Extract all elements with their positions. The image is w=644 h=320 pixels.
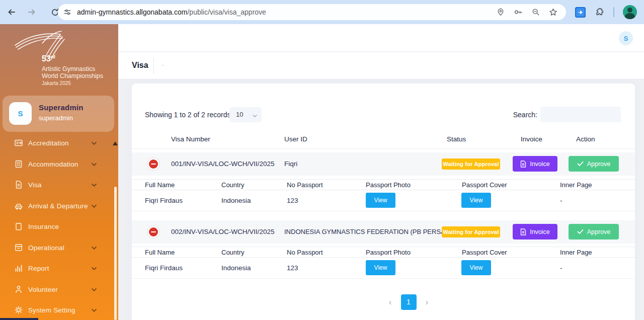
pagination-prev-icon[interactable]: ‹: [389, 294, 392, 310]
invoice-button[interactable]: Invoice: [513, 156, 557, 172]
column-action: Action: [576, 130, 595, 149]
back-button[interactable]: [3, 4, 20, 21]
sidebar-item-system-setting[interactable]: System Setting: [0, 300, 118, 320]
browser-profile-avatar[interactable]: [623, 5, 637, 19]
sidebar-item-accommodation[interactable]: Accommodation: [0, 154, 118, 174]
header-avatar[interactable]: S: [619, 31, 633, 45]
sidebar-item-visa[interactable]: Visa: [0, 175, 118, 195]
country-cell: Indonesia: [221, 258, 251, 279]
title-divider: [153, 57, 154, 74]
chevron-down-icon: [92, 161, 97, 166]
page-header-bar: Visa -: [118, 52, 644, 79]
chevron-down-icon: [253, 113, 257, 117]
collapse-row-icon[interactable]: [149, 227, 158, 236]
chevron-down-icon: [92, 265, 97, 270]
clipboard-icon: [14, 221, 24, 231]
sidebar-item-volunteer[interactable]: Volunteer: [0, 279, 118, 299]
forward-icon: [27, 7, 37, 17]
full-name-cell: Fiqri Firdaus: [145, 190, 183, 211]
chevron-down-icon: [92, 307, 97, 312]
view-passport-photo-button[interactable]: View: [366, 193, 395, 208]
sub-column-country: Country: [221, 247, 245, 258]
per-page-select[interactable]: 10: [229, 107, 262, 122]
application-window: admin-gymnastics.allgonabata.com/public/…: [0, 0, 644, 320]
logo-title-line1: Artistic Gymnastics: [42, 65, 95, 72]
chevron-down-icon: [92, 286, 97, 291]
url-text: admin-gymnastics.allgonabata.com/public/…: [77, 8, 496, 16]
document-icon: [14, 180, 24, 190]
sidebar-item-report[interactable]: Report: [0, 258, 118, 278]
sidebar-item-operational[interactable]: Operational: [0, 237, 118, 258]
sub-column-inner-page: Inner Page: [560, 180, 592, 191]
main-area: S Visa - Showing 1 to 2 of 2 records 10 …: [118, 24, 644, 320]
url-path: /public/visa/visa_approve: [187, 8, 266, 16]
toolbar-right: [575, 0, 644, 24]
pagination-next-icon[interactable]: ›: [426, 294, 429, 310]
sidebar-scrollbar-thumb[interactable]: [114, 187, 117, 320]
view-passport-cover-button[interactable]: View: [461, 260, 491, 275]
archive-icon: [14, 243, 24, 253]
sidebar-scroll-up-arrow[interactable]: [113, 141, 118, 145]
table-row: 002/INV-VISA/LOC-WCH/VII/2025 INDONESIA …: [132, 220, 635, 244]
inner-page-cell: -: [560, 190, 562, 211]
logo-subtitle: Jakarta 2025: [42, 81, 71, 86]
full-name-cell: Fiqri Firdaus: [145, 258, 183, 279]
country-cell: Indonesia: [221, 190, 251, 211]
column-invoice: Invoice: [521, 130, 542, 149]
chevron-down-icon: [92, 245, 97, 250]
address-bar[interactable]: admin-gymnastics.allgonabata.com/public/…: [58, 4, 566, 20]
records-summary: Showing 1 to 2 of 2 records: [145, 107, 230, 122]
approve-button[interactable]: Approve: [569, 224, 619, 239]
sidebar-item-insurance[interactable]: Insurance: [0, 216, 118, 236]
location-icon[interactable]: [496, 8, 505, 17]
share-extension-icon[interactable]: [575, 7, 586, 18]
search-input[interactable]: [540, 107, 621, 122]
sidebar-item-accreditation[interactable]: Accreditation: [0, 137, 118, 153]
bar-chart-icon: [14, 263, 24, 273]
site-info-icon: [63, 8, 72, 17]
visa-number-cell: 001/INV-VISA/LOC-WCH/VII/2025: [171, 152, 275, 176]
browser-toolbar: admin-gymnastics.allgonabata.com/public/…: [0, 0, 644, 24]
breadcrumb: -: [162, 61, 164, 68]
user-avatar: S: [9, 102, 32, 125]
view-passport-photo-button[interactable]: View: [366, 260, 395, 275]
column-status: Status: [447, 130, 466, 149]
detail-value-row: Fiqri Firdaus Indonesia 123 View View -: [132, 190, 635, 211]
invoice-button[interactable]: Invoice: [513, 224, 557, 239]
forward-button[interactable]: [23, 4, 40, 21]
status-badge: Waiting for Approval: [442, 226, 500, 237]
sidebar-user-card[interactable]: S Superadmin superadmin: [3, 96, 114, 132]
zoom-icon[interactable]: [531, 8, 540, 17]
password-key-icon[interactable]: [513, 7, 523, 17]
back-icon: [7, 7, 17, 17]
bookmark-star-icon[interactable]: [548, 8, 558, 17]
person-icon: [14, 284, 24, 294]
sidebar-item-arrival-departure[interactable]: Arrival & Departure: [0, 196, 118, 216]
column-user-id: User ID: [284, 130, 307, 149]
extensions-puzzle-icon[interactable]: [594, 7, 605, 18]
sub-column-passport-photo: Passport Photo: [366, 180, 411, 191]
check-icon: [577, 161, 584, 167]
inner-page-cell: -: [560, 258, 562, 279]
view-passport-cover-button[interactable]: View: [461, 193, 491, 208]
sub-column-passport-cover: Passport Cover: [462, 247, 507, 258]
sub-column-no-passport: No Passport: [287, 247, 323, 258]
collapse-row-icon[interactable]: [149, 159, 158, 169]
sub-column-country: Country: [221, 180, 245, 191]
id-card-icon: [14, 138, 24, 148]
chevron-down-icon: [92, 140, 97, 145]
invoice-file-icon: [520, 228, 526, 235]
logo-title-line2: World Championships: [42, 72, 103, 79]
sub-column-full-name: Full Name: [145, 247, 175, 258]
url-domain: admin-gymnastics.allgonabata.com: [77, 8, 187, 16]
gear-icon: [14, 305, 24, 315]
detail-value-row: Fiqri Firdaus Indonesia 123 View View -: [132, 258, 635, 279]
logo-edition: 53rd: [42, 54, 55, 63]
status-badge: Waiting for Approval: [442, 158, 500, 170]
car-icon: [14, 201, 24, 211]
pagination-page-1[interactable]: 1: [401, 294, 417, 310]
invoice-file-icon: [520, 161, 526, 168]
sub-column-no-passport: No Passport: [287, 180, 323, 191]
approve-button[interactable]: Approve: [569, 156, 619, 172]
toolbar-divider: [613, 7, 614, 17]
